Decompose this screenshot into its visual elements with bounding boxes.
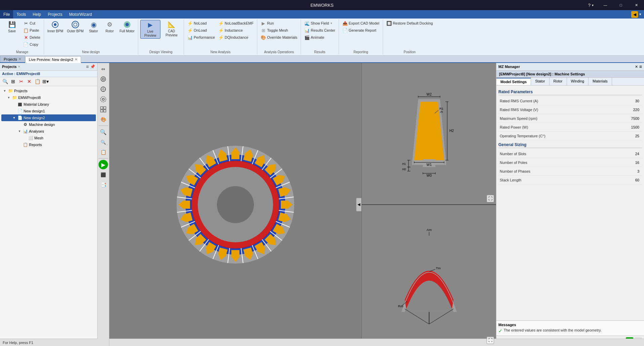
menu-tools[interactable]: Tools <box>13 10 29 19</box>
sidebar-header: Projects ✕ ≡ 📌 <box>0 63 97 71</box>
stator-expand-button[interactable]: ⛶ <box>487 195 494 202</box>
row-slots: Number of Slots 24 <box>498 149 642 158</box>
zoomin-button[interactable]: 🔍 <box>99 127 108 137</box>
tree-reports[interactable]: ▷ 📋 Reports <box>1 141 96 148</box>
tree-newdesign1[interactable]: ▷ 📄 New design1 <box>1 108 96 114</box>
right-panels: W2 R1 .25 H2 W1 <box>362 63 496 346</box>
pin-icon[interactable]: 📌 <box>90 64 95 69</box>
cadpreview-button[interactable]: 📐 CAD Preview <box>161 20 182 38</box>
noloadbackemf-button[interactable]: ⚡ NoLoadBackEMF <box>217 20 255 27</box>
search-button[interactable]: 🔍 <box>1 78 9 85</box>
tab-winding[interactable]: Winding <box>567 78 589 85</box>
measure-button[interactable]: ⇔ <box>99 64 108 74</box>
tab-livepreview-close[interactable]: ✕ <box>75 58 77 61</box>
ribbon-group-reporting: 📤 Export CAD Model 📄 Generate Report Rep… <box>339 19 383 55</box>
performance-button[interactable]: 📊 Performance <box>186 34 216 41</box>
cadpreview-icon: 📐 <box>167 21 176 29</box>
row-current: Rated RMS Current (A) 30 <box>498 97 642 105</box>
run-button[interactable]: ▶ Run <box>259 20 299 27</box>
capture-button[interactable]: ⬛ <box>99 170 108 179</box>
resultscenter-button[interactable]: 📊 Results Center <box>303 27 337 34</box>
project-tree: ▼ 📁 Projects ▼ 📁 EMWProject8 ▷ ⬛ Materia… <box>0 86 97 346</box>
tree-analyses[interactable]: ▼ 📊 Analyses <box>1 128 96 135</box>
title-bar: EMWORKS ? ▾ — □ ✕ <box>0 0 644 10</box>
inductance-button[interactable]: ⚡ Inductance <box>217 27 255 34</box>
tab-stator[interactable]: Stator <box>531 78 549 85</box>
sidebar-menu-icon[interactable]: ≡ <box>86 64 89 69</box>
left-toolbar: ⇔ 🎨 🔍 🔍- 📋 ▶ ⬛ 📑 <box>98 63 109 346</box>
tree-emwproject8[interactable]: ▼ 📁 EMWProject8 <box>1 94 96 101</box>
menu-bar: File Tools Help Projects MotorWizard ◀ ▾ <box>0 10 644 19</box>
innerbpm-button[interactable]: Inner BPM <box>46 20 65 34</box>
extra-dropdown[interactable]: ▾ <box>639 12 641 16</box>
grid-button[interactable] <box>99 105 108 114</box>
tab-modelsettings[interactable]: Model Settings <box>496 78 531 85</box>
layers-button[interactable]: 📑 <box>99 180 108 189</box>
dqinductance-icon: ⚡ <box>218 35 224 40</box>
menu-motorwizard[interactable]: MotorWizard <box>66 10 95 19</box>
stator-button[interactable]: ◉ Stator <box>86 20 101 34</box>
copy-button[interactable]: 📄 Copy <box>22 41 42 48</box>
clipboard-button[interactable]: 📋 <box>99 147 108 157</box>
svg-text:Am: Am <box>426 228 431 232</box>
menu-projects[interactable]: Projects <box>44 10 66 19</box>
display-options-button[interactable]: ⊞▾ <box>42 78 49 85</box>
overridematerials-button[interactable]: 🎨 Override Materials <box>259 34 299 41</box>
cut-button[interactable]: ✂ Cut <box>22 20 42 27</box>
zoomout-button[interactable]: 🔍- <box>99 137 108 147</box>
restoredocking-button[interactable]: 🔲 Restore Default Docking <box>385 20 434 27</box>
color-button[interactable]: 🎨 <box>99 115 108 124</box>
tree-mesh[interactable]: ▷ ⬜ Mesh <box>1 135 96 141</box>
generatereport-button[interactable]: 📄 Generate Report <box>341 27 381 34</box>
delete-tree-button[interactable]: ✕ <box>26 78 33 85</box>
cut-tree-button[interactable]: ✂ <box>17 78 25 85</box>
dqinductance-button[interactable]: ⚡ DQInductance <box>217 34 255 41</box>
togglemesh-button[interactable]: ⊞ Toggle Mesh <box>259 27 299 34</box>
help-button[interactable]: ? ▾ <box>585 3 597 8</box>
mz-close-icon[interactable]: ✕ <box>635 65 638 69</box>
tree-materiallibrary[interactable]: ▷ ⬛ Material Library <box>1 101 96 108</box>
tab-materials[interactable]: Materials <box>589 78 612 85</box>
tree-newdesign2[interactable]: ▼ 📄 New design2 <box>1 114 96 121</box>
stator-icon: ◉ <box>89 21 98 29</box>
rotor-expand-button[interactable]: ⛶ <box>487 337 494 344</box>
menu-file[interactable]: File <box>0 10 13 19</box>
close-button[interactable]: ✕ <box>629 0 644 10</box>
showfield-button[interactable]: 🌊 Show Field ▾ <box>303 20 337 27</box>
svg-rect-16 <box>101 107 103 109</box>
animate-button[interactable]: 🎬 Animate <box>303 34 337 41</box>
collapse-button[interactable]: ◀ <box>356 198 362 211</box>
sidebar-toolbar: 🔍 ⊞ ✂ ✕ 📋 ⊞▾ <box>0 77 97 86</box>
fullmotor-button[interactable]: Full Motor <box>118 20 136 34</box>
tab-livepreview[interactable]: Live Preview: New design2 ✕ <box>25 56 81 63</box>
ribbon-group-position: 🔲 Restore Default Docking Position <box>383 19 436 55</box>
gear1-button[interactable] <box>99 74 108 84</box>
tab-projects-close[interactable]: ✕ <box>18 57 21 61</box>
play-button[interactable]: ▶ <box>99 160 108 169</box>
cut-icon: ✂ <box>23 21 29 26</box>
noload-button[interactable]: ⚡ NoLoad <box>186 20 216 27</box>
tree-projects[interactable]: ▼ 📁 Projects <box>1 88 96 94</box>
tab-rotor[interactable]: Rotor <box>550 78 567 85</box>
overridematerials-icon: 🎨 <box>261 35 266 40</box>
new-item-button[interactable]: ⊞ <box>9 78 17 85</box>
outerbpm-button[interactable]: Outer BPM <box>66 20 85 34</box>
save-button[interactable]: 💾 Save <box>3 20 21 34</box>
gear3-button[interactable] <box>99 95 108 104</box>
analysis-col1: ⚡ NoLoad ⚡ OnLoad 📊 Performance <box>186 20 216 45</box>
extra-btn1[interactable]: ◀ <box>631 11 638 18</box>
exportcad-button[interactable]: 📤 Export CAD Model <box>341 20 381 27</box>
gear2-button[interactable] <box>99 84 108 94</box>
rotor-button[interactable]: ⚙ Rotor <box>102 20 117 34</box>
tree-machinedesign[interactable]: ▷ ⚙ Machine design <box>1 121 96 128</box>
paste-button[interactable]: 📋 Paste <box>22 27 42 34</box>
tab-bar: Projects ✕ Live Preview: New design2 ✕ <box>0 56 644 63</box>
menu-help[interactable]: Help <box>29 10 44 19</box>
copy-tree-button[interactable]: 📋 <box>34 78 41 85</box>
mz-menu-icon[interactable]: ≡ <box>639 64 642 69</box>
livepreview-button[interactable]: ▶ Live Preview <box>140 20 160 39</box>
minimize-button[interactable]: — <box>598 0 613 10</box>
onload-button[interactable]: ⚡ OnLoad <box>186 27 216 34</box>
delete-button[interactable]: ✕ Delete <box>22 34 42 41</box>
maximize-button[interactable]: □ <box>613 0 629 10</box>
